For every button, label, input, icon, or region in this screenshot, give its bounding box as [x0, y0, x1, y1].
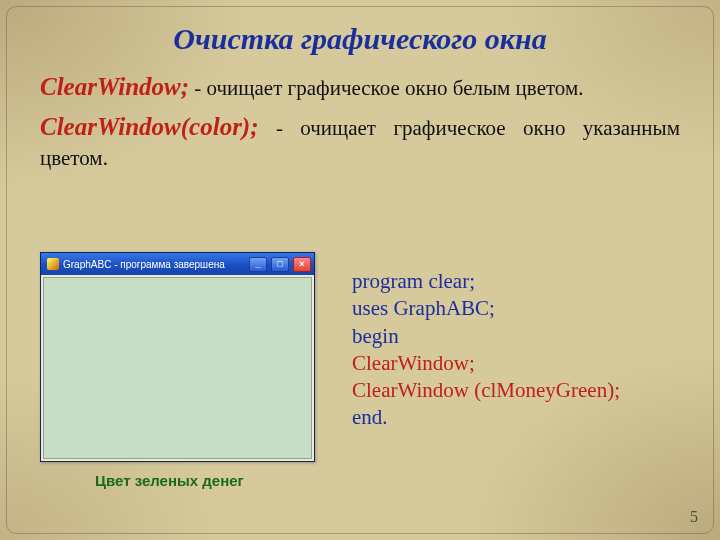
- code-line-6: end.: [352, 404, 620, 431]
- code-line-2: uses GraphABC;: [352, 295, 620, 322]
- slide: Очистка графического окна ClearWindow; -…: [0, 0, 720, 540]
- window-titlebar: GraphABC - программа завершена _ □ ×: [41, 253, 314, 275]
- close-button[interactable]: ×: [293, 257, 311, 272]
- window-screenshot: GraphABC - программа завершена _ □ ×: [40, 252, 315, 462]
- code-line-4: ClearWindow;: [352, 350, 620, 377]
- app-icon: [47, 258, 59, 270]
- graphics-canvas: [43, 277, 312, 459]
- command-2: ClearWindow(color);: [40, 113, 259, 140]
- minimize-button[interactable]: _: [249, 257, 267, 272]
- maximize-button[interactable]: □: [271, 257, 289, 272]
- paragraph-1: ClearWindow; - очищает графическое окно …: [40, 70, 680, 104]
- paragraph-2: ClearWindow(color); - очищает графическо…: [40, 110, 680, 172]
- desc-1: - очищает графическое окно белым цветом.: [189, 76, 583, 100]
- page-number: 5: [690, 508, 698, 526]
- screenshot-caption: Цвет зеленых денег: [95, 472, 244, 489]
- body-text: ClearWindow; - очищает графическое окно …: [40, 70, 680, 178]
- command-1: ClearWindow;: [40, 73, 189, 100]
- code-line-5: ClearWindow (clMoneyGreen);: [352, 377, 620, 404]
- code-listing: program clear; uses GraphABC; begin Clea…: [352, 268, 620, 432]
- code-line-1: program clear;: [352, 268, 620, 295]
- code-line-3: begin: [352, 323, 620, 350]
- window-title: GraphABC - программа завершена: [63, 259, 245, 270]
- slide-title: Очистка графического окна: [0, 22, 720, 56]
